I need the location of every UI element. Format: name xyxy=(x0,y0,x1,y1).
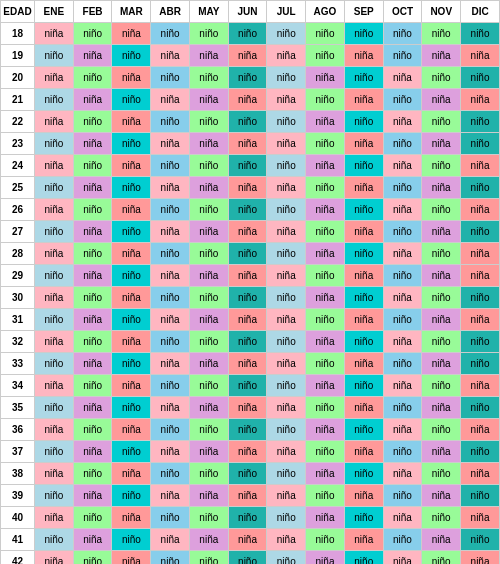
value-cell: niña xyxy=(383,463,422,485)
table-row: 22niñaniñoniñaniñoniñoniñoniñoniñaniñoni… xyxy=(1,111,500,133)
age-cell: 28 xyxy=(1,243,35,265)
value-cell: niño xyxy=(383,45,422,67)
value-cell: niño xyxy=(35,529,74,551)
value-cell: niño xyxy=(228,331,267,353)
table-row: 34niñaniñoniñaniñoniñoniñoniñoniñaniñoni… xyxy=(1,375,500,397)
value-cell: niño xyxy=(151,287,190,309)
value-cell: niña xyxy=(422,309,461,331)
value-cell: niña xyxy=(267,133,306,155)
value-cell: niña xyxy=(306,551,345,565)
value-cell: niño xyxy=(383,23,422,45)
value-cell: niña xyxy=(112,243,151,265)
value-cell: niña xyxy=(189,133,228,155)
value-cell: niña xyxy=(383,331,422,353)
value-cell: niño xyxy=(344,199,383,221)
value-cell: niño xyxy=(112,221,151,243)
table-row: 24niñaniñoniñaniñoniñoniñoniñoniñaniñoni… xyxy=(1,155,500,177)
table-row: 32niñaniñoniñaniñoniñoniñoniñoniñaniñoni… xyxy=(1,331,500,353)
value-cell: niña xyxy=(267,265,306,287)
value-cell: niña xyxy=(383,287,422,309)
value-cell: niño xyxy=(228,199,267,221)
age-cell: 19 xyxy=(1,45,35,67)
value-cell: niño xyxy=(35,45,74,67)
value-cell: niño xyxy=(228,419,267,441)
value-cell: niña xyxy=(422,353,461,375)
value-cell: niña xyxy=(383,155,422,177)
value-cell: niña xyxy=(306,243,345,265)
value-cell: niña xyxy=(151,441,190,463)
value-cell: niña xyxy=(306,199,345,221)
value-cell: niña xyxy=(306,287,345,309)
value-cell: niño xyxy=(461,133,500,155)
value-cell: niña xyxy=(344,441,383,463)
value-cell: niño xyxy=(461,177,500,199)
value-cell: niño xyxy=(383,485,422,507)
value-cell: niña xyxy=(461,199,500,221)
table-row: 35niñoniñaniñoniñaniñaniñaniñaniñoniñani… xyxy=(1,397,500,419)
age-cell: 29 xyxy=(1,265,35,287)
value-cell: niña xyxy=(344,89,383,111)
table-row: 36niñaniñoniñaniñoniñoniñoniñoniñaniñoni… xyxy=(1,419,500,441)
table-row: 31niñoniñaniñoniñaniñaniñaniñaniñoniñani… xyxy=(1,309,500,331)
value-cell: niño xyxy=(461,221,500,243)
value-cell: niño xyxy=(422,155,461,177)
value-cell: niña xyxy=(189,397,228,419)
value-cell: niño xyxy=(189,507,228,529)
value-cell: niño xyxy=(383,265,422,287)
value-cell: niña xyxy=(228,441,267,463)
table-row: 37niñoniñaniñoniñaniñaniñaniñaniñoniñani… xyxy=(1,441,500,463)
value-cell: niña xyxy=(112,155,151,177)
value-cell: niño xyxy=(151,243,190,265)
value-cell: niña xyxy=(344,353,383,375)
value-cell: niña xyxy=(422,45,461,67)
value-cell: niña xyxy=(383,111,422,133)
month-header-abr: ABR xyxy=(151,1,190,23)
value-cell: niño xyxy=(461,23,500,45)
value-cell: niño xyxy=(344,155,383,177)
value-cell: niño xyxy=(306,397,345,419)
value-cell: niña xyxy=(228,265,267,287)
value-cell: niño xyxy=(151,155,190,177)
value-cell: niño xyxy=(189,67,228,89)
age-cell: 24 xyxy=(1,155,35,177)
value-cell: niña xyxy=(35,507,74,529)
value-cell: niño xyxy=(306,485,345,507)
value-cell: niña xyxy=(422,441,461,463)
value-cell: niño xyxy=(228,551,267,565)
value-cell: niña xyxy=(422,529,461,551)
value-cell: niña xyxy=(461,507,500,529)
value-cell: niño xyxy=(73,331,112,353)
value-cell: niño xyxy=(344,551,383,565)
value-cell: niña xyxy=(228,529,267,551)
value-cell: niña xyxy=(151,177,190,199)
value-cell: niño xyxy=(306,441,345,463)
age-cell: 38 xyxy=(1,463,35,485)
value-cell: niña xyxy=(344,309,383,331)
value-cell: niña xyxy=(151,89,190,111)
value-cell: niña xyxy=(112,463,151,485)
age-cell: 26 xyxy=(1,199,35,221)
value-cell: niño xyxy=(267,67,306,89)
value-cell: niña xyxy=(112,111,151,133)
value-cell: niño xyxy=(189,375,228,397)
value-cell: niña xyxy=(228,177,267,199)
age-cell: 18 xyxy=(1,23,35,45)
value-cell: niño xyxy=(112,441,151,463)
value-cell: niño xyxy=(267,551,306,565)
value-cell: niña xyxy=(228,89,267,111)
value-cell: niño xyxy=(344,23,383,45)
value-cell: niño xyxy=(151,67,190,89)
value-cell: niño xyxy=(422,243,461,265)
value-cell: niña xyxy=(461,419,500,441)
value-cell: niña xyxy=(189,529,228,551)
value-cell: niño xyxy=(35,89,74,111)
age-cell: 31 xyxy=(1,309,35,331)
value-cell: niño xyxy=(461,353,500,375)
value-cell: niño xyxy=(35,133,74,155)
age-cell: 20 xyxy=(1,67,35,89)
value-cell: niño xyxy=(151,199,190,221)
value-cell: niña xyxy=(151,221,190,243)
age-cell: 25 xyxy=(1,177,35,199)
value-cell: niño xyxy=(344,67,383,89)
value-cell: niño xyxy=(267,463,306,485)
